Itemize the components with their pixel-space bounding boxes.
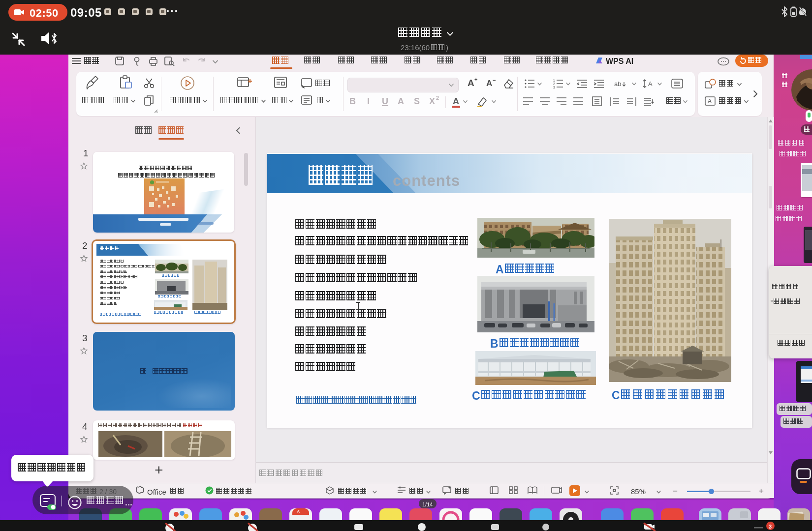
svg-text:ab: ab <box>614 80 621 88</box>
svg-text:3: 3 <box>553 86 555 88</box>
svg-text:2: 2 <box>553 82 555 86</box>
svg-text:A: A <box>708 98 712 105</box>
svg-text:A: A <box>648 80 653 88</box>
svg-text:1: 1 <box>553 79 555 82</box>
